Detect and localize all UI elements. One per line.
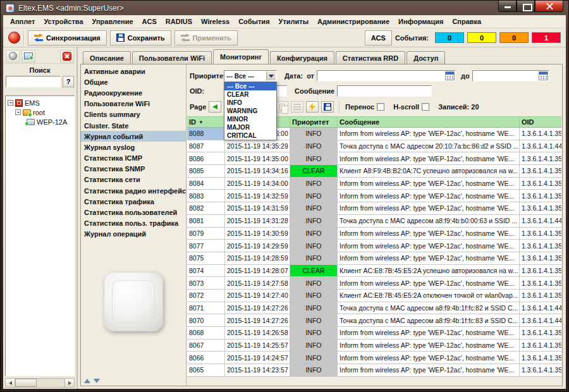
cell-time[interactable]: 2015-11-19 14:34:00	[225, 178, 290, 190]
cell-id[interactable]: 8077	[187, 240, 225, 252]
nav-item[interactable]: Clients summary	[81, 109, 186, 120]
tab-6[interactable]: Доступ	[407, 51, 445, 64]
cell-message[interactable]: Inform from wireless AP: type 'WEP-12ac'…	[338, 128, 520, 140]
close-panel-button[interactable]	[60, 50, 74, 63]
column-header[interactable]: Приоритет	[290, 117, 338, 127]
cell-oid[interactable]: 1.3.6.1.4.1.441...	[520, 140, 561, 152]
cell-oid[interactable]: 1.3.6.1.4.1.352...	[520, 277, 561, 289]
cell-time[interactable]: 2015-11-19 14:35:29	[225, 140, 290, 152]
table-row[interactable]: 80832015-11-19 14:32:59INFOInform from w…	[187, 190, 561, 202]
collapse-handle-icon[interactable]	[8, 100, 13, 106]
nav-item[interactable]: Статистика польз. трафика	[81, 218, 186, 229]
dropdown-option[interactable]: MAJOR	[224, 123, 276, 132]
cell-id[interactable]: 8083	[187, 190, 225, 202]
tab-3[interactable]: Мониторинг	[213, 49, 269, 64]
table-row[interactable]: 80862015-11-19 14:35:00INFOInform from w…	[187, 152, 561, 165]
cell-priority[interactable]: INFO	[290, 152, 338, 164]
scrollbar-thumb[interactable]	[15, 379, 37, 387]
cell-oid[interactable]: 1.3.6.1.4.1.352...	[520, 327, 561, 339]
cell-oid[interactable]: 1.3.6.1.4.1.352...	[520, 202, 561, 214]
tab-4[interactable]: Конфигурация	[270, 51, 334, 64]
menu-item[interactable]: RADIUS	[161, 16, 197, 27]
table-row[interactable]: 80662015-11-19 14:24:57INFOInform from w…	[187, 352, 561, 364]
scroll-left-button[interactable]	[6, 379, 15, 387]
cell-oid[interactable]: 1.3.6.1.4.1.352...	[520, 228, 561, 240]
date-from-field[interactable]	[317, 70, 456, 82]
cell-id[interactable]: 8070	[187, 314, 225, 326]
cell-message[interactable]: Точка доступа с MAC адресом a8:f9:4b:b0:…	[338, 215, 520, 227]
device-view-button[interactable]	[21, 50, 35, 63]
nav-item[interactable]: Радиоокружение	[81, 87, 186, 98]
cell-priority[interactable]: INFO	[290, 140, 338, 152]
cell-id[interactable]: 8066	[187, 352, 225, 364]
cell-time[interactable]: 2015-11-19 14:27:58	[225, 277, 290, 289]
table-row[interactable]: 80682015-11-19 14:26:58INFOInform from w…	[187, 327, 561, 340]
title-bar[interactable]: Eltex.EMS <admin:SuperUser>	[1, 1, 568, 15]
cell-oid[interactable]: 1.3.6.1.4.1.352...	[520, 128, 561, 140]
cell-oid[interactable]: 1.3.6.1.4.1.352...	[520, 165, 561, 177]
table-row[interactable]: 80652015-11-19 14:23:57INFOInform from w…	[187, 364, 561, 377]
cell-message[interactable]: Inform from wireless AP: type 'WEP-12ac'…	[338, 327, 520, 339]
table-row[interactable]: 80872015-11-19 14:35:29INFOТочка доступа…	[187, 140, 561, 153]
cell-priority[interactable]: INFO	[290, 364, 338, 376]
cell-id[interactable]: 8065	[187, 364, 225, 376]
tab-1[interactable]: Описание	[83, 51, 131, 64]
cell-message[interactable]: Inform from wireless AP: type 'WEP-12ac'…	[338, 190, 520, 202]
cell-message[interactable]: Клиент A8:F9:4B:B2:0A:7C успешно авториз…	[338, 165, 520, 177]
column-header[interactable]: ID▼	[187, 117, 225, 127]
cell-time[interactable]: 2015-11-19 14:24:57	[225, 352, 290, 364]
table-row[interactable]: 80702015-11-19 14:27:26INFOТочка доступа…	[187, 314, 561, 327]
cell-message[interactable]: Inform from wireless AP: type 'WEP-12ac'…	[338, 152, 520, 164]
menu-item[interactable]: Утилиты	[274, 16, 314, 27]
cell-time[interactable]: 2015-11-19 14:25:57	[225, 340, 290, 352]
cell-oid[interactable]: 1.3.6.1.4.1.352...	[520, 352, 561, 364]
message-input[interactable]	[337, 85, 432, 97]
dropdown-option[interactable]: CLEAR	[224, 90, 276, 99]
search-help-button[interactable]: ?	[63, 76, 74, 87]
menu-item[interactable]: Wireless	[197, 16, 234, 27]
cell-oid[interactable]: 1.3.6.1.4.1.352...	[520, 178, 561, 190]
cell-id[interactable]: 8085	[187, 165, 225, 177]
table-row[interactable]: 80812015-11-19 14:31:28INFOТочка доступа…	[187, 215, 561, 228]
event-counter[interactable]: 1	[532, 32, 561, 43]
cell-oid[interactable]: 1.3.6.1.4.1.441...	[520, 302, 561, 314]
splitter-up-icon[interactable]	[84, 379, 90, 383]
column-header[interactable]: Сообщение	[338, 117, 520, 127]
cell-oid[interactable]: 1.3.6.1.4.1.352...	[520, 152, 561, 164]
minimize-button[interactable]	[498, 1, 517, 12]
cell-oid[interactable]: 1.3.6.1.4.1.352...	[520, 265, 561, 277]
cell-oid[interactable]: 1.3.6.1.4.1.441...	[520, 314, 561, 326]
cell-id[interactable]: 8082	[187, 202, 225, 214]
table-row[interactable]: 80772015-11-19 14:29:59INFOInform from w…	[187, 240, 561, 252]
cell-message[interactable]: Inform from wireless AP: type 'WEP-12ac'…	[338, 240, 520, 252]
cell-priority[interactable]: INFO	[290, 202, 338, 214]
acs-button[interactable]: ACS	[365, 30, 392, 46]
cell-time[interactable]: 2015-11-19 14:27:40	[225, 290, 290, 302]
cell-oid[interactable]: 1.3.6.1.4.1.352...	[520, 190, 561, 202]
menu-item[interactable]: Управление	[88, 16, 138, 27]
cell-message[interactable]: Inform from wireless AP: type 'WEP-12ac'…	[338, 277, 520, 289]
nav-item[interactable]: Статистика радио интерфейсов	[81, 185, 186, 196]
nav-item[interactable]: Статистика сети	[81, 175, 186, 185]
table-row[interactable]: 80842015-11-19 14:34:00INFOInform from w…	[187, 178, 561, 190]
nav-item[interactable]: Общие	[81, 77, 186, 87]
table-row[interactable]: 80852015-11-19 14:34:16CLEARКлиент A8:F9…	[187, 165, 561, 178]
nav-item[interactable]: Пользователи WiFi	[81, 99, 186, 109]
tree-node-wep12a[interactable]: WEP-12A	[6, 117, 73, 126]
cell-time[interactable]: 2015-11-19 14:32:59	[225, 190, 290, 202]
cell-priority[interactable]: INFO	[290, 352, 338, 364]
cell-id[interactable]: 8088	[187, 128, 225, 140]
table-row[interactable]: 80792015-11-19 14:30:59INFOInform from w…	[187, 228, 561, 240]
cell-time[interactable]: 2015-11-19 14:31:59	[225, 202, 290, 214]
table-row[interactable]: 80822015-11-19 14:31:59INFOInform from w…	[187, 202, 561, 215]
table-row[interactable]: 80752015-11-19 14:28:59INFOInform from w…	[187, 252, 561, 265]
cell-id[interactable]: 8071	[187, 302, 225, 314]
cell-id[interactable]: 8084	[187, 178, 225, 190]
nav-item[interactable]: Статистика трафика	[81, 196, 186, 207]
dropdown-option[interactable]: MINOR	[224, 115, 276, 123]
cell-message[interactable]: Точка доступа с MAC адресом 20:10:7a:bc:…	[338, 140, 520, 152]
menu-item[interactable]: Устройства	[39, 16, 87, 27]
scrollbar-track[interactable]	[15, 379, 64, 387]
tree-hscrollbar[interactable]	[5, 378, 75, 388]
nav-item[interactable]: Журнал syslog	[81, 142, 186, 152]
